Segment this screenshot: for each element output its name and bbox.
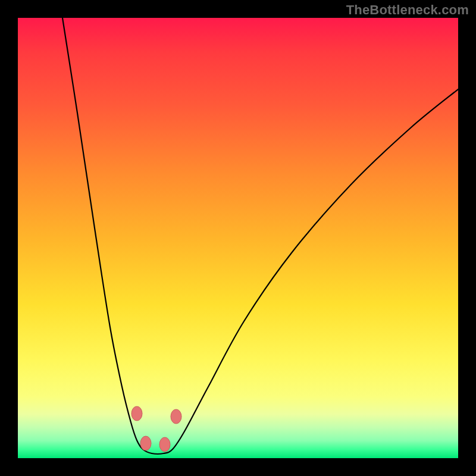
chart-frame: TheBottleneck.com (0, 0, 476, 476)
marker-dot (140, 436, 151, 450)
curve-layer (18, 18, 458, 458)
marker-dot (159, 437, 170, 452)
bottleneck-curve (62, 18, 458, 454)
watermark-text: TheBottleneck.com (346, 2, 469, 18)
plot-area (18, 18, 458, 458)
marker-dot (171, 409, 181, 424)
marker-dot (131, 406, 142, 421)
